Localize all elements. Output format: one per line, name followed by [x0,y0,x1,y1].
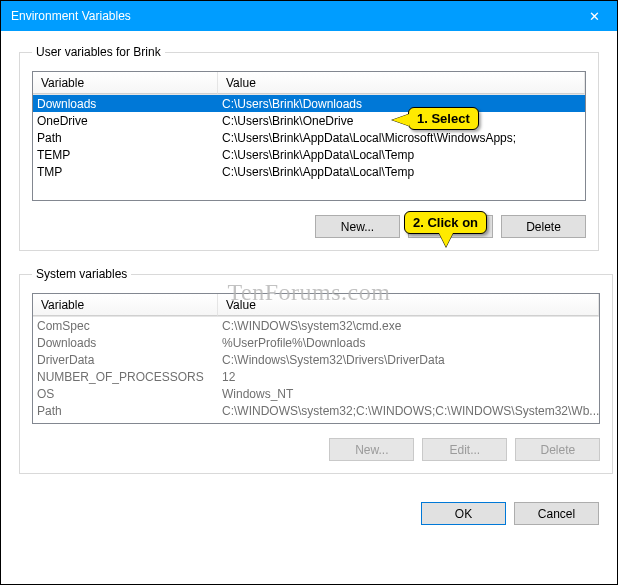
row-variable: PATHEXT [33,421,218,425]
row-variable: ComSpec [33,319,218,333]
sys-edit-button[interactable]: Edit... [422,438,507,461]
table-row[interactable]: TEMPC:\Users\Brink\AppData\Local\Temp [33,146,585,163]
row-value: C:\WINDOWS\system32;C:\WINDOWS;C:\WINDOW… [218,404,599,418]
user-list-header: Variable Value [33,72,585,95]
table-row[interactable]: PATHEXT.COM;.EXE;.BAT;.CMD;.VBS;.VBE;.JS… [33,419,599,424]
user-buttons: New... Edit... Delete [32,215,586,238]
sys-delete-button[interactable]: Delete [515,438,600,461]
row-variable: OneDrive [33,114,218,128]
row-value: C:\Users\Brink\AppData\Local\Microsoft\W… [218,131,585,145]
user-col-variable[interactable]: Variable [33,72,218,94]
row-value: C:\Windows\System32\Drivers\DriverData [218,353,599,367]
sys-new-button[interactable]: New... [329,438,414,461]
sys-group-legend: System variables [32,267,131,281]
row-value: .COM;.EXE;.BAT;.CMD;.VBS;.VBE;.JS;.JSE;.… [218,421,599,425]
row-value: 12 [218,370,599,384]
table-row[interactable]: DownloadsC:\Users\Brink\Downloads [33,95,585,112]
table-row[interactable]: OneDriveC:\Users\Brink\OneDrive [33,112,585,129]
annotation-select: 1. Select [408,107,479,130]
user-new-button[interactable]: New... [315,215,400,238]
sys-col-variable[interactable]: Variable [33,294,218,316]
dialog-content: User variables for Brink Variable Value … [1,31,617,502]
user-group-legend: User variables for Brink [32,45,165,59]
table-row[interactable]: PathC:\WINDOWS\system32;C:\WINDOWS;C:\WI… [33,402,599,419]
system-variables-list[interactable]: Variable Value ComSpecC:\WINDOWS\system3… [32,293,600,424]
row-value: %UserProfile%\Downloads [218,336,599,350]
row-variable: OS [33,387,218,401]
annotation-select-label: 1. Select [417,111,470,126]
dialog-buttons: OK Cancel [1,502,617,539]
table-row[interactable]: DriverDataC:\Windows\System32\Drivers\Dr… [33,351,599,368]
titlebar: Environment Variables ✕ [1,1,617,31]
table-row[interactable]: Downloads%UserProfile%\Downloads [33,334,599,351]
user-col-value[interactable]: Value [218,72,585,94]
sys-list-header: Variable Value [33,294,599,317]
system-variables-group: System variables Variable Value ComSpecC… [19,267,613,474]
window-title: Environment Variables [11,9,572,23]
table-row[interactable]: PathC:\Users\Brink\AppData\Local\Microso… [33,129,585,146]
annotation-clickon: 2. Click on [404,211,487,234]
row-value: C:\Users\Brink\Downloads [218,97,585,111]
row-value: C:\WINDOWS\system32\cmd.exe [218,319,599,333]
row-value: Windows_NT [218,387,599,401]
close-icon[interactable]: ✕ [572,1,617,31]
table-row[interactable]: TMPC:\Users\Brink\AppData\Local\Temp [33,163,585,180]
row-variable: TMP [33,165,218,179]
annotation-clickon-label: 2. Click on [413,215,478,230]
user-delete-button[interactable]: Delete [501,215,586,238]
row-variable: Path [33,131,218,145]
row-variable: DriverData [33,353,218,367]
table-row[interactable]: OSWindows_NT [33,385,599,402]
sys-col-value[interactable]: Value [218,294,599,316]
row-value: C:\Users\Brink\AppData\Local\Temp [218,165,585,179]
cancel-button[interactable]: Cancel [514,502,599,525]
row-variable: Path [33,404,218,418]
user-variables-group: User variables for Brink Variable Value … [19,45,599,251]
row-variable: Downloads [33,336,218,350]
table-row[interactable]: NUMBER_OF_PROCESSORS12 [33,368,599,385]
sys-buttons: New... Edit... Delete [32,438,600,461]
row-value: C:\Users\Brink\AppData\Local\Temp [218,148,585,162]
row-variable: Downloads [33,97,218,111]
ok-button[interactable]: OK [421,502,506,525]
row-variable: NUMBER_OF_PROCESSORS [33,370,218,384]
row-variable: TEMP [33,148,218,162]
user-variables-list[interactable]: Variable Value DownloadsC:\Users\Brink\D… [32,71,586,201]
callout-tail-icon [439,233,453,247]
table-row[interactable]: ComSpecC:\WINDOWS\system32\cmd.exe [33,317,599,334]
callout-tail-icon [392,114,409,126]
